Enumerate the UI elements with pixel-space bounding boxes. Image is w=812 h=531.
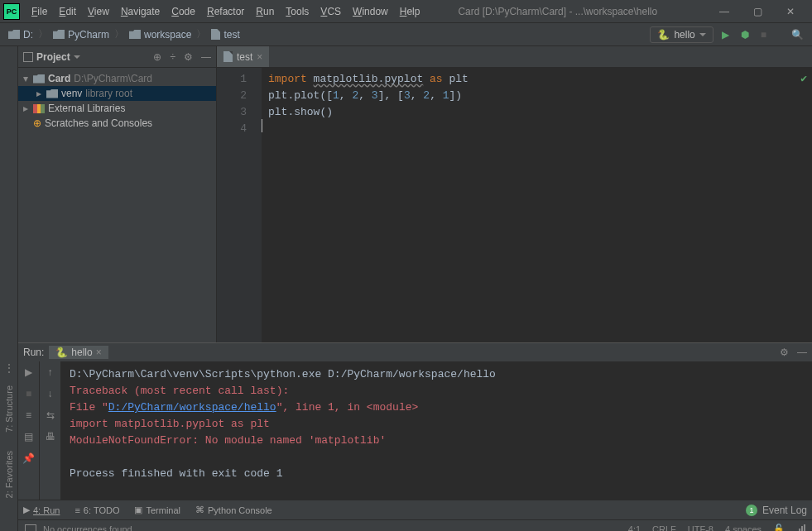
rerun-button[interactable]: ▶ xyxy=(21,365,37,380)
memory-indicator[interactable] xyxy=(796,524,805,532)
line-separator[interactable]: CRLF xyxy=(652,524,676,532)
minimize-button[interactable]: — xyxy=(714,6,734,17)
menu-run[interactable]: Run xyxy=(251,4,279,19)
chevron-down-icon xyxy=(699,33,706,36)
breadcrumb-item[interactable]: workspace xyxy=(126,29,195,41)
print-button[interactable]: 🖶 xyxy=(42,429,59,444)
bottom-tab[interactable]: ▶4: Run xyxy=(23,505,60,515)
structure-icon: ⋮ xyxy=(4,362,14,374)
status-message: No occurrences found xyxy=(43,524,132,532)
bottom-tab[interactable]: ▣Terminal xyxy=(134,505,180,515)
inspection-ok-icon: ✔ xyxy=(800,71,807,88)
bottom-tab[interactable]: ≡6: TODO xyxy=(74,505,119,515)
editor: test × 1234 ✔ import matplotlib.pyplot a… xyxy=(217,46,812,342)
search-everywhere-button[interactable]: 🔍 xyxy=(788,26,807,43)
folder-icon xyxy=(33,74,45,84)
up-button[interactable]: ↑ xyxy=(42,365,59,380)
maximize-button[interactable]: ▢ xyxy=(747,6,767,17)
project-panel: Project ⊕ ÷ ⚙ — ▾Card D:\PyCharm\Card▸ve… xyxy=(18,46,217,342)
breadcrumb-item[interactable]: D: xyxy=(5,29,36,41)
run-tool-window: Run: 🐍 hello × ⚙ — ▶ ■ ≡ ▤ xyxy=(18,342,812,500)
editor-gutter: 1234 xyxy=(217,68,262,342)
tab-structure[interactable]: 7: Structure xyxy=(2,379,16,439)
tree-row[interactable]: ⊕Scratches and Consoles xyxy=(18,116,216,131)
close-icon[interactable]: × xyxy=(96,347,102,358)
folder-icon xyxy=(53,30,65,39)
project-view-icon xyxy=(23,52,33,62)
bottom-tool-tabs: ▶4: Run≡6: TODO▣Terminal⌘Python Console … xyxy=(18,500,812,519)
close-button[interactable]: ✕ xyxy=(781,6,800,17)
bottom-tab[interactable]: ⌘Python Console xyxy=(195,505,272,515)
file-link[interactable]: D:/PyCharm/workspace/hello xyxy=(108,401,276,414)
run-tab[interactable]: 🐍 hello × xyxy=(49,346,108,359)
indent-setting[interactable]: 4 spaces xyxy=(725,524,762,532)
menu-view[interactable]: View xyxy=(83,4,114,19)
python-icon: 🐍 xyxy=(55,347,68,358)
hide-icon[interactable]: — xyxy=(201,51,211,63)
library-icon xyxy=(33,104,45,113)
stop-button[interactable]: ■ xyxy=(21,386,37,401)
caret-position[interactable]: 4:1 xyxy=(628,524,641,532)
hide-icon[interactable]: — xyxy=(797,347,807,358)
filter-button[interactable]: ▤ xyxy=(21,429,37,444)
tree-row[interactable]: ▾Card D:\PyCharm\Card xyxy=(18,71,216,86)
menu-tools[interactable]: Tools xyxy=(281,4,314,19)
menu-window[interactable]: Window xyxy=(348,4,393,19)
wrap-button[interactable]: ⇆ xyxy=(42,408,59,423)
editor-tab[interactable]: test × xyxy=(217,46,269,67)
stop-button[interactable]: ■ xyxy=(757,26,770,43)
breadcrumb-item[interactable]: PyCharm xyxy=(50,29,113,41)
close-icon[interactable]: × xyxy=(257,51,262,63)
tab-favorites[interactable]: 2: Favorites xyxy=(2,444,16,505)
run-config-selector[interactable]: 🐍 hello xyxy=(650,26,713,43)
breadcrumb-item[interactable]: test xyxy=(208,29,243,41)
menu-code[interactable]: Code xyxy=(166,4,200,19)
file-icon xyxy=(211,29,220,40)
breadcrumb: D:〉PyCharm〉workspace〉test xyxy=(5,27,243,41)
menu-navigate[interactable]: Navigate xyxy=(116,4,165,19)
menu-help[interactable]: Help xyxy=(395,4,425,19)
app-logo: PC xyxy=(3,3,20,20)
event-count-badge: 1 xyxy=(746,505,757,516)
code-content[interactable]: ✔ import matplotlib.pyplot as pltplt.plo… xyxy=(262,68,812,342)
scratch-icon: ⊕ xyxy=(33,117,41,129)
editor-tab-label: test xyxy=(237,51,252,63)
status-icon[interactable] xyxy=(25,524,36,532)
window-title: Card [D:\PyCharm\Card] - ...\workspace\h… xyxy=(425,6,714,17)
python-icon: 🐍 xyxy=(657,29,670,41)
pin-button[interactable]: 📌 xyxy=(21,451,37,466)
file-encoding[interactable]: UTF-8 xyxy=(688,524,714,532)
run-config-label: hello xyxy=(674,29,694,41)
status-bar: No occurrences found 4:1 CRLF UTF-8 4 sp… xyxy=(18,519,812,531)
debug-button[interactable]: ⬢ xyxy=(738,26,752,43)
menu-edit[interactable]: Edit xyxy=(54,4,81,19)
folder-icon xyxy=(8,30,20,39)
project-tree: ▾Card D:\PyCharm\Card▸venv library root▸… xyxy=(18,68,216,134)
chevron-down-icon[interactable] xyxy=(74,55,80,59)
console-output[interactable]: D:\PyCharm\Card\venv\Scripts\python.exe … xyxy=(61,361,812,500)
readonly-lock-icon[interactable]: 🔓 xyxy=(773,524,785,531)
gear-icon[interactable]: ⚙ xyxy=(780,347,789,358)
down-button[interactable]: ↓ xyxy=(42,386,59,401)
main-menu: FileEditViewNavigateCodeRefactorRunTools… xyxy=(26,4,425,19)
run-button[interactable]: ▶ xyxy=(718,26,733,43)
menu-file[interactable]: File xyxy=(26,4,52,19)
locate-icon[interactable]: ⊕ xyxy=(153,51,161,63)
folder-icon xyxy=(46,89,58,98)
tree-row[interactable]: ▸venv library root xyxy=(18,86,216,101)
tree-row[interactable]: ▸External Libraries xyxy=(18,101,216,116)
folder-icon xyxy=(129,30,141,39)
event-log-button[interactable]: Event Log xyxy=(762,505,807,516)
layout-button[interactable]: ≡ xyxy=(21,408,37,423)
collapse-icon[interactable]: ÷ xyxy=(170,51,175,63)
menu-refactor[interactable]: Refactor xyxy=(202,4,249,19)
gear-icon[interactable]: ⚙ xyxy=(184,51,193,63)
file-icon xyxy=(223,51,233,62)
project-panel-title: Project xyxy=(36,51,70,63)
menu-vcs[interactable]: VCS xyxy=(315,4,346,19)
run-tab-label: hello xyxy=(71,347,92,358)
run-panel-label: Run: xyxy=(23,347,44,358)
